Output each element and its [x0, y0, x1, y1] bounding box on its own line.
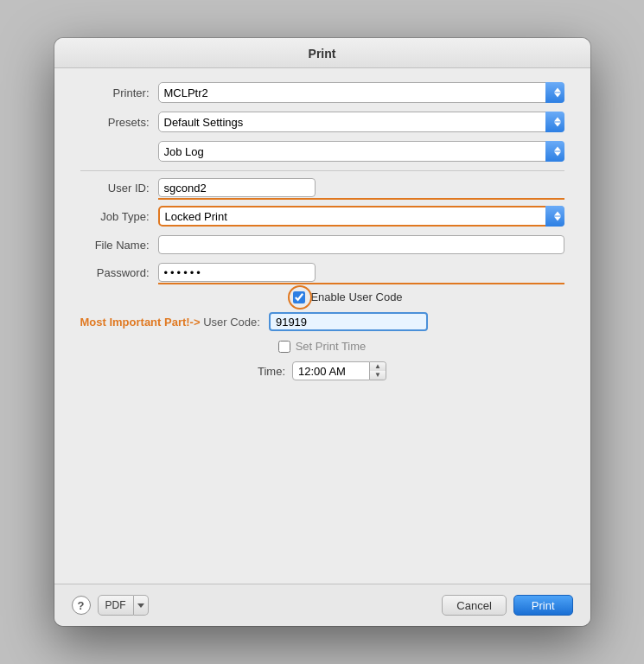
jobtype-label: Job Type:: [80, 210, 150, 223]
pdf-button[interactable]: PDF: [98, 595, 134, 616]
filename-control: [158, 235, 564, 254]
enable-usercode-label: Enable User Code: [310, 290, 402, 303]
set-print-time-label: Set Print Time: [296, 340, 367, 353]
panel-control: Job Log: [158, 141, 564, 162]
time-step-down-button[interactable]: ▼: [370, 371, 386, 380]
time-row: Time: ▲ ▼: [54, 358, 590, 384]
time-step-up-button[interactable]: ▲: [370, 362, 386, 371]
set-print-time-row: Set Print Time: [54, 335, 590, 358]
password-field-wrap: [158, 263, 564, 282]
presets-label: Presets:: [80, 116, 150, 129]
usercode-label: User Code:: [203, 316, 260, 329]
password-input[interactable]: [158, 263, 316, 282]
printer-label: Printer:: [80, 86, 150, 99]
enable-usercode-wrap: Enable User Code: [293, 290, 402, 303]
dialog-title: Print: [54, 38, 590, 68]
jobtype-control: Locked Print: [158, 206, 564, 227]
printer-select-wrap: MCLPtr2: [158, 82, 564, 103]
cancel-button[interactable]: Cancel: [442, 595, 506, 616]
pdf-chevron-down-icon: [137, 603, 144, 608]
time-input-wrap: ▲ ▼: [292, 361, 386, 380]
password-label: Password:: [80, 266, 150, 279]
usercode-input[interactable]: [269, 312, 428, 331]
time-input[interactable]: [292, 361, 370, 380]
password-control: [158, 263, 564, 282]
pdf-wrap: PDF: [98, 595, 149, 616]
userid-label: User ID:: [80, 182, 150, 195]
filename-input[interactable]: [158, 235, 564, 254]
time-stepper: ▲ ▼: [370, 361, 386, 380]
userid-field-wrap: [158, 178, 564, 197]
bottom-bar: ? PDF Cancel Print: [54, 584, 590, 626]
usercode-field-wrap: [269, 312, 564, 331]
usercode-row: Most Important Part!-> User Code:: [54, 309, 590, 335]
presets-select-wrap: Default Settings: [158, 112, 564, 132]
presets-control: Default Settings: [158, 112, 564, 132]
separator-1: [80, 170, 564, 171]
printer-select[interactable]: MCLPtr2: [158, 82, 564, 103]
panel-row: Job Log: [54, 141, 590, 162]
jobtype-select[interactable]: Locked Print: [158, 206, 564, 227]
password-row: Password:: [54, 263, 590, 282]
enable-usercode-row: Enable User Code: [106, 290, 590, 303]
userid-input[interactable]: [158, 178, 316, 197]
presets-select[interactable]: Default Settings: [158, 112, 564, 132]
most-important-text: Most Important Part!->: [80, 316, 201, 329]
usercode-label-wrap: Most Important Part!-> User Code:: [80, 316, 260, 329]
panel-select-wrap: Job Log: [158, 141, 564, 162]
time-label: Time:: [258, 365, 285, 378]
userid-row: User ID:: [54, 178, 590, 197]
jobtype-row: Job Type: Locked Print: [54, 206, 590, 227]
print-button[interactable]: Print: [513, 595, 573, 616]
dialog-content: Printer: MCLPtr2 Presets:: [54, 68, 590, 584]
printer-control: MCLPtr2: [158, 82, 564, 103]
printer-row: Printer: MCLPtr2: [54, 82, 590, 103]
enable-usercode-checkbox[interactable]: [293, 291, 305, 303]
filename-row: File Name:: [54, 235, 590, 254]
userid-control: [158, 178, 564, 197]
panel-select[interactable]: Job Log: [158, 141, 564, 162]
help-button[interactable]: ?: [72, 596, 91, 615]
set-print-time-checkbox[interactable]: [278, 341, 290, 353]
pdf-chevron-button[interactable]: [134, 595, 149, 616]
print-dialog: Print Printer: MCLPtr2 Presets:: [54, 38, 590, 626]
filename-label: File Name:: [80, 239, 150, 252]
title-text: Print: [309, 47, 336, 61]
jobtype-select-wrap: Locked Print: [158, 206, 564, 227]
presets-row: Presets: Default Settings: [54, 112, 590, 132]
